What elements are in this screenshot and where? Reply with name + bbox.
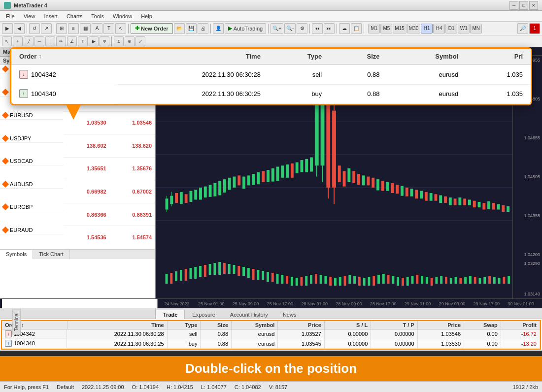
- svg-rect-130: [358, 277, 361, 286]
- svg-rect-78: [458, 197, 461, 205]
- menu-insert[interactable]: Insert: [40, 12, 62, 20]
- market-watch-row[interactable]: EURAUD 1.54536 1.54574: [0, 226, 155, 249]
- terminal-row[interactable]: ↑ 1004340 2022.11.30 06:30:25 buy 0.88 e…: [2, 339, 540, 348]
- toolbar-btn-refresh[interactable]: ↺: [29, 23, 40, 34]
- term-swap: 0.00: [464, 339, 501, 348]
- autotrading-button[interactable]: ▶ AutoTrading: [225, 23, 267, 34]
- toolbar-btn-chart[interactable]: ▦: [80, 23, 91, 34]
- tf-m5[interactable]: M5: [380, 24, 392, 33]
- market-watch-row[interactable]: USDCAD 1.35651 1.35676: [0, 157, 155, 180]
- svg-rect-138: [397, 277, 399, 286]
- term-col-symbol: Symbol: [232, 321, 278, 329]
- app-icon: [4, 2, 11, 9]
- toolbar-btn-profile[interactable]: 👤: [213, 23, 224, 34]
- svg-rect-58: [362, 175, 365, 185]
- toolbar-btn-2[interactable]: ◀: [14, 23, 25, 34]
- menu-window[interactable]: Window: [109, 12, 136, 20]
- tab-account-history[interactable]: Account History: [223, 310, 275, 319]
- mw-tab-tick[interactable]: Tick Chart: [33, 250, 70, 259]
- menu-view[interactable]: View: [20, 12, 39, 20]
- svg-rect-66: [401, 186, 404, 196]
- market-watch-row[interactable]: USDJPY 138.602 138.620: [0, 134, 155, 158]
- toolbar-btn-props[interactable]: ⚙: [297, 23, 307, 34]
- popup-row[interactable]: ↑ 1004340 2022.11.30 06:30:25 buy 0.88 e…: [11, 84, 531, 103]
- menu-help[interactable]: Help: [137, 12, 156, 20]
- tf-m30[interactable]: M30: [407, 24, 420, 33]
- toolbar-btn-grid[interactable]: ⊞: [56, 23, 67, 34]
- toolbar-btn-zoom-in[interactable]: 🔍+: [271, 23, 283, 34]
- toolbar-btn-A[interactable]: A: [92, 23, 102, 34]
- draw-cursor[interactable]: ↖: [2, 36, 12, 46]
- svg-rect-50: [301, 160, 304, 172]
- popup-row[interactable]: ↓ 1004342 2022.11.30 06:30:28 sell 0.88 …: [11, 65, 531, 84]
- term-price: 1.03545: [278, 339, 324, 348]
- menu-tools[interactable]: Tools: [87, 12, 108, 20]
- draw-arrow[interactable]: ▶: [89, 36, 99, 46]
- draw-period[interactable]: Σ: [114, 36, 124, 46]
- tf-h4[interactable]: H4: [433, 24, 445, 33]
- draw-text[interactable]: T: [78, 36, 88, 46]
- svg-rect-74: [439, 196, 442, 203]
- tf-mn[interactable]: MN: [470, 24, 482, 33]
- draw-expand[interactable]: ⤢: [136, 36, 145, 46]
- term-col-time: Time: [67, 321, 167, 329]
- svg-rect-92: [175, 271, 177, 281]
- tf-h1[interactable]: H1: [421, 24, 433, 33]
- toolbar-btn-left[interactable]: ⏮: [312, 23, 323, 34]
- status-volume: V: 8157: [269, 384, 288, 390]
- toolbar-btn-tpl[interactable]: 📋: [351, 23, 362, 34]
- tab-trade[interactable]: Trade: [156, 310, 185, 319]
- toolbar-btn-indicator[interactable]: ∿: [115, 23, 126, 34]
- popup-col-type: Type: [269, 49, 330, 65]
- tf-m1[interactable]: M1: [368, 24, 380, 33]
- menu-file[interactable]: File: [2, 12, 19, 20]
- svg-rect-86: [497, 204, 500, 209]
- draw-fib[interactable]: Φ: [100, 36, 109, 46]
- tab-exposure[interactable]: Exposure: [185, 310, 222, 319]
- toolbar-btn-right[interactable]: ⏭: [324, 23, 335, 34]
- toolbar-btn-save[interactable]: 💾: [186, 23, 197, 34]
- svg-rect-52: [310, 158, 313, 172]
- maximize-button[interactable]: □: [519, 1, 528, 10]
- tf-d1[interactable]: D1: [445, 24, 457, 33]
- toolbar-btn-print[interactable]: 🖨: [198, 23, 208, 34]
- svg-rect-87: [502, 205, 505, 212]
- tf-w1[interactable]: W1: [458, 24, 470, 33]
- draw-hline[interactable]: ─: [34, 36, 44, 46]
- svg-rect-36: [332, 111, 336, 188]
- market-watch-row[interactable]: AUDUSD 0.66982 0.67002: [0, 180, 155, 203]
- svg-rect-98: [204, 265, 206, 277]
- draw-vline[interactable]: │: [45, 36, 55, 46]
- toolbar-btn-arrow[interactable]: ↗: [41, 23, 52, 34]
- draw-angle[interactable]: ∠: [67, 36, 77, 46]
- toolbar-btn-open[interactable]: 📂: [174, 23, 185, 34]
- svg-rect-161: [508, 276, 510, 284]
- toolbar-btn-T[interactable]: T: [103, 23, 114, 34]
- toolbar-alert[interactable]: 1: [529, 23, 540, 34]
- svg-rect-57: [357, 174, 360, 185]
- new-order-button[interactable]: ✚ New Order: [131, 23, 173, 34]
- tf-m15[interactable]: M15: [393, 24, 406, 33]
- market-watch-row[interactable]: EURGBP 0.86366 0.86391: [0, 203, 155, 226]
- svg-rect-56: [352, 171, 355, 183]
- terminal-row[interactable]: ↓ 1004342 2022.11.30 06:30:28 sell 0.88 …: [2, 329, 540, 339]
- svg-rect-144: [426, 277, 428, 284]
- draw-cross[interactable]: +: [13, 36, 23, 46]
- toolbar-btn-zoom-out[interactable]: 🔍-: [284, 23, 296, 34]
- mw-tab-symbols[interactable]: Symbols: [0, 250, 33, 260]
- close-button[interactable]: ✕: [529, 1, 538, 10]
- draw-zoom[interactable]: ⊕: [125, 36, 135, 46]
- draw-line[interactable]: ╱: [24, 36, 34, 46]
- toolbar-btn-misc[interactable]: ☁: [339, 23, 350, 34]
- toolbar-search[interactable]: 🔎: [517, 23, 528, 34]
- toolbar-btn-1[interactable]: ▶: [2, 23, 13, 34]
- menu-charts[interactable]: Charts: [63, 12, 86, 20]
- minimize-button[interactable]: ─: [509, 1, 518, 10]
- svg-rect-44: [271, 168, 274, 182]
- tab-news[interactable]: News: [275, 310, 304, 319]
- svg-rect-73: [435, 194, 438, 200]
- lower-left: [0, 259, 156, 298]
- status-bar: For Help, press F1 Default 2022.11.25 09…: [0, 381, 542, 392]
- toolbar-btn-list[interactable]: ≡: [68, 23, 79, 34]
- draw-pen[interactable]: ✏: [56, 36, 66, 46]
